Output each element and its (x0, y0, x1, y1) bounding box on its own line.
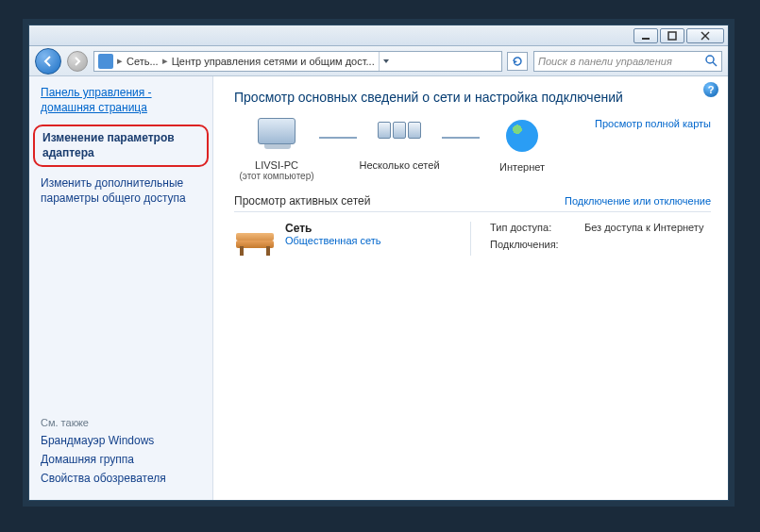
control-panel-window: ▸ Сеть... ▸ Центр управления сетями и об… (28, 25, 729, 501)
maximize-button[interactable] (660, 28, 684, 43)
see-also-label: См. также (41, 417, 201, 428)
search-input[interactable]: Поиск в панели управления (533, 51, 722, 72)
titlebar (29, 25, 728, 46)
window-body: Панель управления - домашняя страница Из… (29, 76, 728, 500)
search-placeholder: Поиск в панели управления (538, 56, 672, 67)
multiple-networks-icon (377, 118, 422, 139)
public-network-icon (234, 222, 276, 256)
network-card: Сеть Общественная сеть (234, 222, 461, 256)
help-icon[interactable]: ? (703, 82, 718, 97)
address-bar-row: ▸ Сеть... ▸ Центр управления сетями и об… (29, 46, 728, 76)
network-name: Сеть (285, 222, 381, 235)
see-also-firewall[interactable]: Брандмауэр Windows (41, 434, 201, 447)
see-also-internet-options[interactable]: Свойства обозревателя (41, 472, 201, 485)
main-content: ? Просмотр основных сведений о сети и на… (213, 76, 728, 500)
nav-forward-button (67, 51, 88, 72)
connector-line (442, 137, 480, 139)
close-button[interactable] (686, 28, 724, 43)
breadcrumb-current[interactable]: Центр управления сетями и общим дост... (172, 56, 375, 67)
node-internet: Интернет (480, 118, 565, 173)
globe-icon (506, 120, 538, 152)
chevron-right-icon: ▸ (117, 55, 123, 67)
breadcrumb-root[interactable]: Сеть... (127, 56, 159, 67)
refresh-button[interactable] (507, 52, 528, 71)
chevron-right-icon: ▸ (162, 55, 168, 67)
connector-line (319, 137, 357, 139)
node-pc-sub: (этот компьютер) (234, 171, 319, 181)
node-internet-label: Интернет (480, 161, 565, 173)
view-full-map-link[interactable]: Просмотр полной карты (595, 118, 711, 129)
node-multi-label: Несколько сетей (357, 159, 442, 171)
sidebar: Панель управления - домашняя страница Из… (29, 76, 213, 500)
breadcrumb-dropdown[interactable] (379, 52, 394, 71)
active-networks-label: Просмотр активных сетей Подключение или … (234, 194, 711, 208)
search-icon[interactable] (704, 54, 718, 69)
sidebar-item-sharing-settings[interactable]: Изменить дополнительные параметры общего… (41, 176, 201, 206)
svg-line-5 (713, 62, 717, 66)
access-type-label: Тип доступа: (490, 222, 584, 233)
network-details: Тип доступа: Без доступа к Интернету Под… (470, 222, 711, 256)
divider (234, 211, 711, 212)
node-this-pc: LIVSI-PC (этот компьютер) (234, 118, 319, 181)
network-folder-icon (98, 54, 113, 69)
connect-disconnect-link[interactable]: Подключение или отключение (565, 195, 711, 207)
connections-label: Подключения: (490, 239, 584, 250)
sidebar-item-adapter-settings[interactable]: Изменение параметров адаптера (33, 125, 209, 167)
breadcrumb[interactable]: ▸ Сеть... ▸ Центр управления сетями и об… (93, 51, 502, 72)
nav-back-button[interactable] (35, 48, 61, 75)
svg-rect-1 (668, 32, 676, 40)
node-multiple-networks: Несколько сетей (357, 118, 442, 171)
node-pc-name: LIVSI-PC (234, 159, 319, 171)
active-networks-grid: Сеть Общественная сеть Тип доступа: Без … (234, 222, 711, 256)
network-map-row: LIVSI-PC (этот компьютер) Несколько сете… (234, 118, 711, 181)
access-type-value: Без доступа к Интернету (584, 222, 704, 233)
svg-rect-0 (642, 38, 650, 40)
network-type-link[interactable]: Общественная сеть (285, 235, 381, 246)
computer-icon (258, 118, 296, 144)
see-also-homegroup[interactable]: Домашняя группа (41, 453, 201, 466)
minimize-button[interactable] (633, 28, 658, 43)
control-panel-home-link[interactable]: Панель управления - домашняя страница (41, 86, 201, 115)
svg-point-4 (706, 56, 714, 63)
page-title: Просмотр основных сведений о сети и наст… (234, 90, 711, 105)
